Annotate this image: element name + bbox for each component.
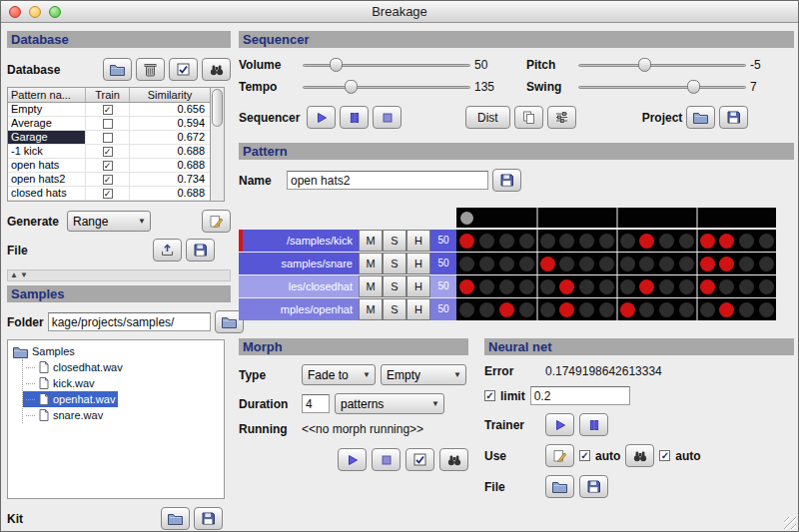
slider-thumb[interactable] [687, 80, 700, 94]
cell-pattern-name[interactable]: Empty [8, 103, 86, 116]
swing-slider[interactable] [578, 78, 746, 96]
database-search-button[interactable] [202, 58, 231, 81]
kit-open-button[interactable] [161, 507, 190, 530]
morph-search-button[interactable] [439, 448, 468, 471]
generate-edit-button[interactable] [202, 210, 231, 233]
step-cell[interactable] [636, 253, 656, 274]
step-cell[interactable] [756, 230, 776, 252]
step-cell[interactable] [476, 253, 496, 274]
step-cell[interactable] [596, 230, 616, 252]
step-cell[interactable] [676, 275, 696, 297]
use-search-button[interactable] [625, 444, 654, 467]
cell-pattern-name[interactable]: -1 kick [8, 145, 86, 158]
cell-pattern-name[interactable]: Average [8, 117, 86, 130]
track-h-button[interactable]: H [406, 298, 430, 320]
copy-button[interactable] [514, 106, 543, 129]
step-cell[interactable] [456, 275, 476, 297]
project-open-button[interactable] [686, 106, 715, 129]
limit-input[interactable] [530, 386, 630, 405]
preferences-button[interactable] [547, 106, 576, 129]
collapse-down-icon[interactable]: ▼ [20, 270, 28, 280]
close-button[interactable] [9, 6, 21, 18]
track-volume[interactable]: 50 [430, 298, 456, 320]
limit-checkbox[interactable]: ✓ [484, 390, 495, 401]
trainer-pause-button[interactable] [579, 413, 608, 436]
project-save-button[interactable] [719, 106, 748, 129]
step-cell[interactable] [516, 253, 536, 274]
table-row[interactable]: open hats2✓0.734 [8, 173, 210, 187]
step-cell[interactable] [756, 253, 776, 274]
stop-button[interactable] [373, 106, 401, 129]
track-s-button[interactable]: S [383, 230, 406, 252]
step-cell[interactable] [596, 298, 616, 320]
pause-button[interactable] [340, 106, 369, 129]
track-s-button[interactable]: S [383, 275, 406, 297]
table-row[interactable]: Empty✓0.656 [8, 103, 210, 117]
morph-check-button[interactable] [405, 448, 434, 471]
database-load-button[interactable] [153, 239, 182, 262]
generate-select[interactable]: Range ▼ [67, 211, 151, 232]
step-cell[interactable] [476, 230, 496, 252]
neural-save-button[interactable] [579, 475, 608, 498]
step-cell[interactable] [696, 275, 716, 297]
step-cell[interactable] [636, 298, 656, 320]
neural-open-button[interactable] [545, 475, 574, 498]
minimize-button[interactable] [29, 6, 41, 18]
step-cell[interactable] [636, 230, 656, 252]
table-row[interactable]: Average0.594 [8, 117, 210, 131]
step-cell[interactable] [536, 253, 556, 274]
cell-train[interactable] [86, 117, 130, 130]
step-cell[interactable] [556, 230, 576, 252]
table-row[interactable]: Garage0.672 [8, 131, 210, 145]
track-s-button[interactable]: S [383, 298, 406, 320]
cell-train[interactable]: ✓ [86, 145, 130, 158]
track-s-button[interactable]: S [383, 253, 406, 274]
use-edit-button[interactable] [545, 444, 574, 467]
step-cell[interactable] [656, 230, 676, 252]
slider-thumb[interactable] [638, 58, 651, 72]
step-cell[interactable] [756, 275, 776, 297]
train-checkbox[interactable]: ✓ [103, 161, 113, 171]
step-cell[interactable] [536, 298, 556, 320]
zoom-button[interactable] [49, 6, 61, 18]
track-volume[interactable]: 50 [430, 253, 456, 274]
train-checkbox[interactable] [103, 133, 113, 143]
step-cell[interactable] [496, 230, 516, 252]
database-check-button[interactable] [169, 58, 198, 81]
cell-train[interactable]: ✓ [86, 103, 130, 116]
resize-grip[interactable] [784, 517, 796, 529]
step-cell[interactable] [696, 230, 716, 252]
step-cell[interactable] [616, 230, 636, 252]
train-checkbox[interactable]: ✓ [103, 189, 113, 199]
column-header-pattern-name[interactable]: Pattern na... [8, 88, 86, 102]
train-checkbox[interactable]: ✓ [103, 105, 113, 115]
train-checkbox[interactable]: ✓ [103, 147, 113, 157]
track-name[interactable]: samples/snare [243, 253, 359, 274]
track-h-button[interactable]: H [406, 275, 430, 297]
step-cell[interactable] [696, 253, 716, 274]
cell-train[interactable]: ✓ [86, 187, 130, 200]
step-cell[interactable] [716, 230, 736, 252]
step-cell[interactable] [716, 253, 736, 274]
step-cell[interactable] [716, 298, 736, 320]
track-name[interactable]: /samples/kick [243, 230, 359, 252]
cell-pattern-name[interactable]: closed hats [8, 187, 86, 200]
track-name[interactable]: les/closedhat [243, 275, 359, 297]
track-volume[interactable]: 50 [430, 275, 456, 297]
step-cell[interactable] [596, 275, 616, 297]
tree-root[interactable]: Samples [10, 343, 78, 359]
step-cell[interactable] [516, 230, 536, 252]
step-cell[interactable] [576, 230, 596, 252]
pattern-name-input[interactable] [287, 171, 488, 190]
step-cell[interactable] [496, 253, 516, 274]
trainer-play-button[interactable] [545, 413, 574, 436]
database-delete-button[interactable] [136, 58, 165, 81]
database-save-button[interactable] [186, 239, 215, 262]
step-cell[interactable] [656, 275, 676, 297]
table-row[interactable]: -1 kick✓0.688 [8, 145, 210, 159]
use-auto-checkbox[interactable]: ✓ [579, 450, 590, 461]
cell-train[interactable]: ✓ [86, 173, 130, 186]
dist-button[interactable]: Dist [465, 106, 510, 129]
table-row[interactable]: closed hats✓0.688 [8, 187, 210, 201]
step-cell[interactable] [616, 298, 636, 320]
